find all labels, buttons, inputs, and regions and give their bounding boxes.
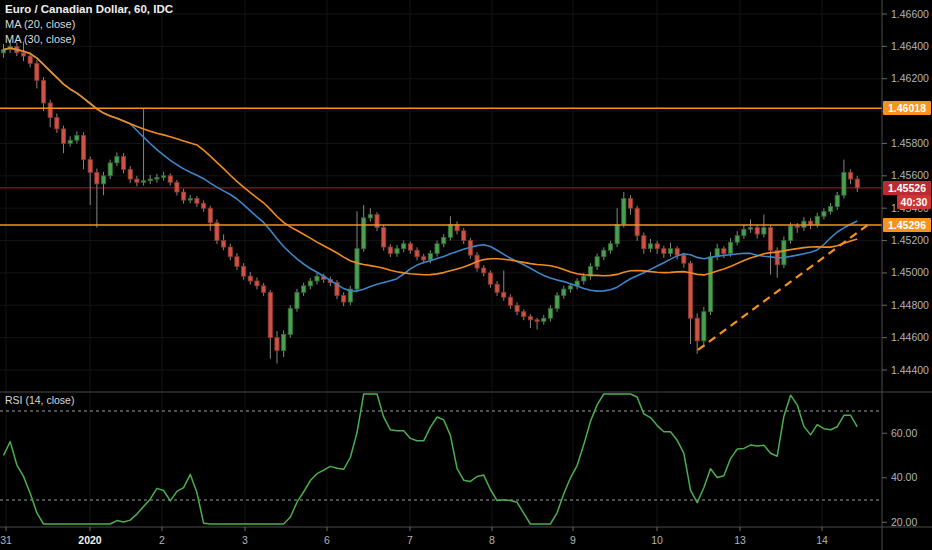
candle-up[interactable]: [288, 309, 292, 335]
right-price-axis[interactable]: 1.466001.464001.462001.460001.458001.456…: [882, 8, 929, 528]
candle-down[interactable]: [41, 80, 45, 103]
candle-down[interactable]: [662, 249, 666, 254]
candle-up[interactable]: [395, 249, 399, 254]
candle-up[interactable]: [555, 296, 559, 309]
candle-down[interactable]: [208, 208, 212, 223]
candle-down[interactable]: [682, 255, 686, 263]
candle-down[interactable]: [255, 281, 259, 286]
candle-down[interactable]: [195, 198, 199, 203]
candle-down[interactable]: [535, 320, 539, 322]
candle-down[interactable]: [121, 156, 125, 169]
candle-up[interactable]: [842, 173, 846, 196]
rsi-line[interactable]: [4, 394, 858, 524]
candle-down[interactable]: [755, 228, 759, 234]
candle-down[interactable]: [848, 173, 852, 179]
candle-up[interactable]: [748, 228, 752, 230]
candle-up[interactable]: [428, 253, 432, 259]
candle-up[interactable]: [708, 257, 712, 312]
candle-up[interactable]: [295, 292, 299, 308]
hline-upper-price-badge[interactable]: 1.46018: [883, 101, 931, 115]
candle-up[interactable]: [302, 286, 306, 292]
candle-up[interactable]: [68, 140, 72, 143]
candle-down[interactable]: [722, 249, 726, 254]
candle-down[interactable]: [202, 203, 206, 208]
candle-up[interactable]: [568, 286, 572, 289]
candle-down[interactable]: [175, 182, 179, 192]
candle-down[interactable]: [508, 297, 512, 305]
candle-down[interactable]: [695, 318, 699, 341]
candle-down[interactable]: [382, 228, 386, 247]
candle-down[interactable]: [248, 276, 252, 281]
candle-up[interactable]: [548, 309, 552, 319]
candle-down[interactable]: [688, 263, 692, 318]
candle-down[interactable]: [388, 247, 392, 253]
last-price-badge[interactable]: 1.45526: [883, 181, 931, 195]
candle-down[interactable]: [655, 244, 659, 249]
candle-up[interactable]: [815, 216, 819, 224]
candle-down[interactable]: [28, 56, 32, 63]
candle-up[interactable]: [615, 224, 619, 243]
candle-up[interactable]: [435, 244, 439, 254]
hline-lower-price-badge[interactable]: 1.45296: [883, 218, 931, 232]
candle-down[interactable]: [808, 221, 812, 224]
candle-down[interactable]: [768, 228, 772, 251]
candle-up[interactable]: [742, 229, 746, 235]
candle-down[interactable]: [168, 176, 172, 182]
candle-down[interactable]: [482, 268, 486, 273]
candle-down[interactable]: [222, 241, 226, 247]
candle-down[interactable]: [88, 160, 92, 173]
chart-canvas[interactable]: 1.466001.464001.462001.460001.458001.456…: [0, 0, 932, 550]
candle-down[interactable]: [462, 231, 466, 241]
candle-up[interactable]: [595, 257, 599, 267]
candle-up[interactable]: [1, 50, 5, 53]
candle-up[interactable]: [828, 207, 832, 212]
candle-down[interactable]: [795, 226, 799, 228]
ma-30-line[interactable]: [4, 48, 858, 276]
candle-down[interactable]: [61, 129, 65, 144]
candle-down[interactable]: [262, 286, 266, 292]
candle-down[interactable]: [135, 179, 139, 182]
candle-up[interactable]: [608, 244, 612, 250]
candle-up[interactable]: [115, 156, 119, 162]
candle-down[interactable]: [515, 305, 519, 311]
candle-down[interactable]: [81, 135, 85, 159]
ma20-legend[interactable]: MA (20, close): [5, 17, 173, 32]
candle-down[interactable]: [522, 312, 526, 317]
candle-up[interactable]: [702, 312, 706, 341]
candle-down[interactable]: [242, 266, 246, 276]
candle-down[interactable]: [528, 317, 532, 320]
candle-up[interactable]: [622, 198, 626, 224]
candle-up[interactable]: [315, 276, 319, 281]
candle-down[interactable]: [855, 179, 859, 188]
symbol-title[interactable]: Euro / Canadian Dollar, 60, IDC: [5, 2, 173, 17]
candle-up[interactable]: [762, 228, 766, 234]
candle-down[interactable]: [628, 198, 632, 208]
candle-up[interactable]: [402, 244, 406, 249]
candle-up[interactable]: [648, 244, 652, 249]
candle-down[interactable]: [488, 273, 492, 284]
candle-up[interactable]: [161, 176, 165, 178]
candle-down[interactable]: [48, 103, 52, 118]
candle-up[interactable]: [835, 195, 839, 206]
candle-up[interactable]: [362, 218, 366, 249]
candle-down[interactable]: [21, 53, 25, 56]
candle-up[interactable]: [101, 176, 105, 184]
candle-up[interactable]: [155, 177, 159, 179]
candle-down[interactable]: [181, 192, 185, 200]
candle-down[interactable]: [675, 249, 679, 255]
candle-up[interactable]: [788, 226, 792, 241]
candle-down[interactable]: [95, 173, 99, 184]
candle-up[interactable]: [602, 250, 606, 256]
candle-up[interactable]: [148, 179, 152, 181]
candle-down[interactable]: [422, 257, 426, 260]
candle-up[interactable]: [822, 211, 826, 216]
candle-down[interactable]: [415, 250, 419, 256]
candle-up[interactable]: [75, 135, 79, 140]
candle-down[interactable]: [235, 257, 239, 267]
candle-down[interactable]: [228, 247, 232, 257]
ma30-legend[interactable]: MA (30, close): [5, 32, 173, 47]
candle-up[interactable]: [448, 224, 452, 237]
candle-up[interactable]: [442, 237, 446, 243]
candle-up[interactable]: [668, 249, 672, 254]
rsi-legend[interactable]: RSI (14, close): [5, 393, 74, 408]
